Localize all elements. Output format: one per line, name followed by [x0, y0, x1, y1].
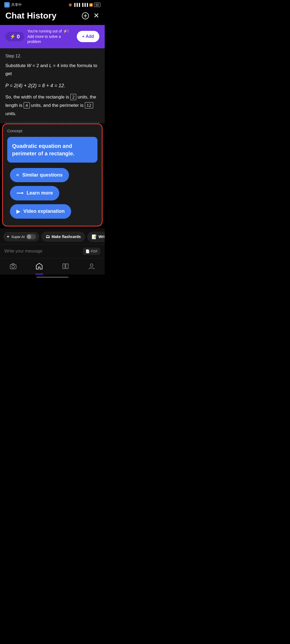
- learn-icon: ⟶: [16, 190, 23, 196]
- pdf-icon: 📄: [85, 249, 90, 253]
- camera-nav-icon: [10, 263, 17, 271]
- flashcards-icon: 🗂: [46, 234, 50, 239]
- essay-label: Write an essay: [99, 235, 105, 239]
- status-indicators: 🔕 ▐▐▐ ▐▐▐ 📶 60: [68, 3, 100, 7]
- home-indicator: [0, 275, 105, 279]
- close-button[interactable]: ✕: [93, 12, 99, 20]
- signal2-icon: ▐▐▐: [81, 3, 88, 7]
- header-actions: ✕: [82, 12, 99, 20]
- lightning-badge: ⚡ 0: [5, 32, 24, 41]
- add-label: Add: [86, 34, 94, 39]
- nav-camera[interactable]: [4, 262, 22, 272]
- new-chat-button[interactable]: [82, 12, 89, 20]
- home-nav-icon: [36, 263, 43, 271]
- formula-display: P = 2(4) + 2(2) = 8 + 4 = 12.: [5, 81, 99, 90]
- write-essay-button[interactable]: 📝 Write an essay: [87, 232, 105, 242]
- super-ai-label: Super AI: [11, 235, 25, 239]
- concept-label: Concept: [7, 129, 97, 133]
- learn-more-button[interactable]: ⟶ Learn more: [10, 186, 59, 200]
- super-ai-toggle[interactable]: ✦ Super AI: [3, 232, 39, 241]
- length-value: 4: [24, 102, 30, 108]
- header: Chat History ✕: [0, 9, 105, 25]
- make-flashcards-button[interactable]: 🗂 Make flashcards: [41, 232, 85, 242]
- concept-section: 🔍 Concept Quadratic equation and perimet…: [2, 123, 103, 226]
- mute-icon: 🔕: [68, 3, 72, 7]
- svg-point-7: [90, 264, 93, 266]
- wifi-icon: 📶: [89, 3, 93, 7]
- nav-library[interactable]: [57, 262, 74, 272]
- bottom-nav: [0, 258, 105, 275]
- lightning-icon: ⚡: [10, 34, 16, 39]
- perimeter-value: 12: [85, 102, 93, 108]
- app-icon: □: [4, 2, 10, 8]
- pdf-button[interactable]: 📄 PDF: [83, 248, 100, 255]
- signal-icon: ▐▐▐: [73, 3, 80, 7]
- battery-icon: 60: [94, 3, 100, 7]
- similar-icon: ≈: [16, 172, 19, 178]
- width-value: 2: [70, 94, 77, 100]
- page-title: Chat History: [5, 11, 56, 21]
- video-icon: ▶: [16, 208, 20, 214]
- conclusion-text: So, the width of the rectangle is 2 unit…: [5, 93, 99, 118]
- similar-questions-button[interactable]: ≈ Similar questions: [10, 168, 69, 182]
- svg-rect-6: [66, 264, 68, 269]
- add-credits-button[interactable]: + Add: [77, 31, 99, 42]
- status-bar: □ 共享中 🔕 ▐▐▐ ▐▐▐ 📶 60: [0, 0, 105, 9]
- action-buttons: ≈ Similar questions ⟶ Learn more ▶ Video…: [7, 164, 97, 221]
- message-input[interactable]: [4, 249, 79, 254]
- close-icon: ✕: [93, 12, 99, 20]
- similar-label: Similar questions: [22, 172, 63, 178]
- nav-profile[interactable]: [83, 262, 100, 272]
- home-bar: [36, 277, 68, 278]
- super-ai-switch[interactable]: [26, 234, 36, 239]
- svg-rect-5: [63, 264, 65, 269]
- plus-icon: +: [82, 34, 85, 39]
- chat-area: Step 12. Substitute W = 2 and L = 4 into…: [0, 48, 105, 123]
- profile-nav-icon: [88, 263, 95, 271]
- svg-point-4: [12, 265, 15, 268]
- pdf-label: PDF: [91, 249, 98, 253]
- learn-label: Learn more: [27, 190, 53, 196]
- essay-icon: 📝: [92, 234, 97, 239]
- flashcards-label: Make flashcards: [52, 235, 81, 239]
- divider: [5, 122, 99, 123]
- concept-card: Quadratic equation and perimeter of a re…: [7, 137, 97, 163]
- message-input-row: 📄 PDF: [0, 244, 105, 258]
- banner-message: You're running out of ⚡! Add more to sol…: [27, 29, 74, 45]
- sparkle-icon: ✦: [6, 235, 10, 239]
- lightning-banner: ⚡ 0 You're running out of ⚡! Add more to…: [0, 25, 105, 48]
- substitute-text: Substitute W = 2 and L = 4 into the form…: [5, 62, 99, 78]
- step-label: Step 12.: [5, 54, 99, 58]
- concept-text: Quadratic equation and perimeter of a re…: [12, 142, 93, 157]
- library-nav-icon: [62, 263, 69, 271]
- lightning-count: 0: [17, 34, 20, 40]
- video-explanation-button[interactable]: ▶ Video explanation: [10, 204, 71, 219]
- video-label: Video explanation: [23, 208, 65, 214]
- nav-home[interactable]: [30, 262, 48, 272]
- bottom-toolbar: ✦ Super AI 🗂 Make flashcards 📝 Write an …: [0, 229, 105, 244]
- app-name: 共享中: [11, 2, 22, 7]
